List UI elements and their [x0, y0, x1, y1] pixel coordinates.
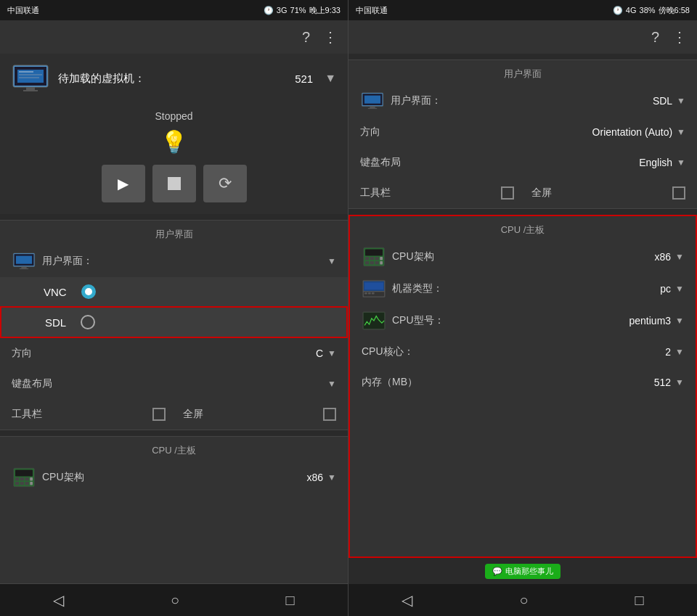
right-fullscreen-label: 全屏 [531, 186, 672, 200]
svg-rect-10 [16, 256, 32, 264]
svg-rect-21 [25, 482, 29, 485]
svg-rect-12 [20, 268, 28, 269]
right-ram-value: 512 [654, 377, 671, 388]
right-ui-section: 用户界面 用户界面： SDL ▼ 方向 [348, 59, 697, 209]
left-phone-panel: 中国联通 🕐 3G 71% 晚上9:33 ? ⋮ 待加载的虚拟机： 521 ▼ [0, 0, 348, 616]
right-toolbar-label: 工具栏 [360, 186, 501, 200]
left-sdl-label: SDL [45, 316, 66, 329]
right-ui-row-icon [360, 91, 385, 111]
right-toolbar-checkbox[interactable] [501, 186, 514, 200]
right-top-bar: ? ⋮ [348, 20, 697, 54]
right-cpu-model-icon [362, 311, 386, 331]
right-cpu-cores-value: 2 [665, 346, 671, 358]
left-keyboard-arrow[interactable]: ▼ [327, 379, 336, 389]
left-toolbar-checkbox[interactable] [152, 408, 166, 421]
left-bulb-icon: 💡 [160, 129, 187, 155]
svg-rect-22 [30, 482, 33, 485]
right-direction-arrow[interactable]: ▼ [677, 127, 685, 137]
right-cpu-cores-arrow[interactable]: ▼ [675, 347, 684, 357]
right-wechat-badge: 💬 电脑那些事儿 [485, 564, 560, 579]
right-keyboard-arrow[interactable]: ▼ [677, 157, 685, 168]
svg-rect-44 [364, 282, 383, 289]
left-direction-arrow[interactable]: ▼ [327, 348, 336, 358]
left-keyboard-row: 键盘布局 ▼ [0, 369, 348, 399]
left-cpu-arch-arrow[interactable]: ▼ [327, 472, 336, 482]
left-stopped-text: Stopped [155, 110, 192, 122]
left-home-button[interactable]: ○ [153, 586, 197, 615]
right-content: 用户界面 用户界面： SDL ▼ 方向 [348, 54, 697, 584]
svg-rect-29 [365, 250, 383, 256]
left-stop-button[interactable] [152, 165, 196, 202]
right-cpu-arch-icon [363, 247, 385, 267]
svg-rect-3 [19, 71, 33, 73]
svg-rect-7 [23, 90, 38, 91]
left-vm-dropdown[interactable]: ▼ [325, 72, 336, 85]
left-direction-row: 方向 C ▼ [0, 338, 348, 369]
right-recent-button[interactable]: □ [617, 586, 661, 615]
left-status-bar: 中国联通 🕐 3G 71% 晚上9:33 [0, 0, 348, 20]
right-wechat-icon: 💬 [492, 567, 505, 575]
left-dropdown-vnc[interactable]: VNC [0, 277, 348, 306]
right-ui-arrow[interactable]: ▼ [677, 96, 685, 106]
left-keyboard-label: 键盘布局 [12, 377, 327, 390]
left-ui-row: 用户界面： ▼ [0, 245, 348, 277]
left-fullscreen-checkbox[interactable] [323, 408, 336, 421]
left-help-icon[interactable]: ? [302, 29, 310, 46]
right-keyboard-row: 键盘布局 English ▼ [348, 147, 697, 178]
left-play-button[interactable]: ▶ [102, 165, 145, 202]
right-machine-value: pc [660, 283, 671, 295]
right-cpu-model-value: pentium3 [629, 315, 672, 327]
left-cpu-arch-icon [13, 467, 35, 488]
right-back-button[interactable]: ◁ [384, 586, 430, 615]
left-more-icon[interactable]: ⋮ [323, 28, 338, 46]
left-battery: 71% [290, 6, 306, 15]
left-back-button[interactable]: ◁ [36, 586, 81, 615]
right-keyboard-label: 键盘布局 [360, 156, 639, 169]
left-vm-header: 待加载的虚拟机： 521 ▼ [0, 54, 348, 103]
right-machine-arrow[interactable]: ▼ [675, 284, 684, 294]
svg-rect-18 [30, 477, 33, 481]
right-carrier: 中国联通 [356, 5, 388, 16]
left-direction-value: C [316, 348, 323, 359]
left-reset-button[interactable]: ⟳ [203, 165, 247, 202]
left-vm-number: 521 [295, 73, 313, 85]
right-ui-row: 用户界面： SDL ▼ [348, 85, 697, 117]
right-cpu-cores-label: CPU核心： [362, 345, 665, 358]
left-recent-button[interactable]: □ [269, 586, 312, 615]
svg-rect-5 [19, 77, 39, 78]
left-control-buttons: ▶ ⟳ [102, 165, 247, 202]
right-cpu-cores-row: CPU核心： 2 ▼ [350, 337, 696, 367]
right-direction-label: 方向 [360, 126, 592, 139]
svg-rect-15 [15, 477, 19, 481]
svg-rect-25 [364, 96, 380, 104]
left-dropdown-sdl[interactable]: SDL [0, 306, 348, 338]
left-checkboxes-row: 工具栏 全屏 [0, 399, 348, 430]
left-cpu-section: CPU /主板 CPU架构 x86 ▼ [0, 436, 348, 584]
right-fullscreen-checkbox[interactable] [672, 186, 685, 200]
svg-rect-42 [368, 292, 371, 294]
left-sdl-radio [81, 315, 95, 329]
right-phone-panel: 中国联通 🕐 4G 38% 傍晚6:58 ? ⋮ 用户界面 [348, 0, 697, 616]
left-vnc-radio [81, 284, 96, 299]
right-cpu-model-icon-wrap [362, 311, 386, 331]
left-ui-arrow[interactable]: ▼ [327, 256, 336, 266]
svg-rect-37 [380, 261, 383, 265]
right-cpu-model-arrow[interactable]: ▼ [675, 316, 684, 326]
left-vm-title: 待加载的虚拟机： [58, 72, 145, 86]
right-cpu-arch-arrow[interactable]: ▼ [675, 252, 684, 262]
right-machine-icon [362, 279, 386, 299]
right-ui-section-title: 用户界面 [348, 60, 697, 85]
left-ui-dropdown: VNC SDL [0, 277, 348, 338]
right-ram-arrow[interactable]: ▼ [675, 377, 684, 387]
left-vnc-label: VNC [44, 286, 67, 298]
right-checkboxes-row: 工具栏 全屏 [348, 178, 697, 208]
right-help-icon[interactable]: ? [651, 29, 659, 46]
right-machine-row: 机器类型： pc ▼ [350, 273, 696, 305]
right-ram-label: 内存（MB） [362, 376, 654, 389]
right-nav-bar: ◁ ○ □ [348, 584, 697, 616]
left-top-bar: ? ⋮ [0, 20, 348, 54]
right-home-button[interactable]: ○ [502, 586, 545, 615]
right-cpu-section-title: CPU /主板 [350, 216, 696, 241]
right-more-icon[interactable]: ⋮ [672, 28, 687, 46]
right-ram-row: 内存（MB） 512 ▼ [350, 367, 696, 398]
